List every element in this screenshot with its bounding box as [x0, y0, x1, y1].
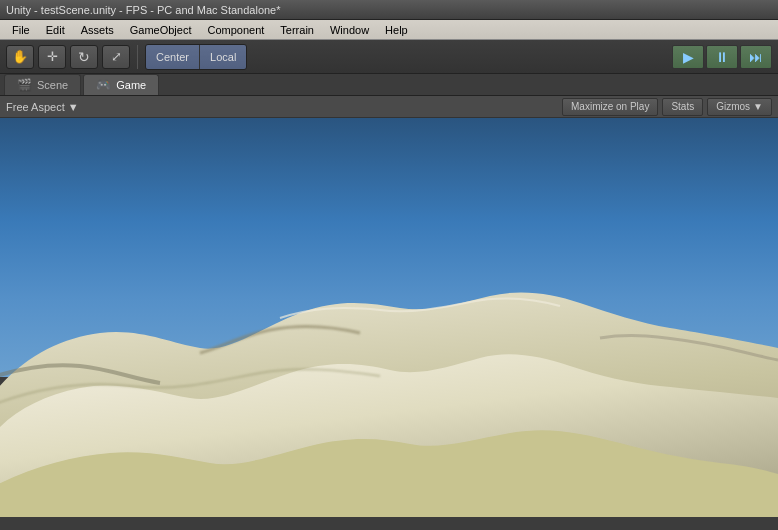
- scene-tab-label: Scene: [37, 79, 68, 91]
- scale-tool-button[interactable]: ⤢: [102, 45, 130, 69]
- rotate-icon: ↻: [78, 49, 90, 65]
- play-button[interactable]: ▶: [672, 45, 704, 69]
- menu-gameobject[interactable]: GameObject: [122, 22, 200, 38]
- menu-bar: File Edit Assets GameObject Component Te…: [0, 20, 778, 40]
- gizmos-button[interactable]: Gizmos ▼: [707, 98, 772, 116]
- pause-button[interactable]: ⏸: [706, 45, 738, 69]
- stats-button[interactable]: Stats: [662, 98, 703, 116]
- stats-label: Stats: [671, 101, 694, 112]
- step-icon: ⏭: [749, 49, 763, 65]
- game-tab-label: Game: [116, 79, 146, 91]
- gizmos-label: Gizmos: [716, 101, 750, 112]
- rotate-tool-button[interactable]: ↻: [70, 45, 98, 69]
- gizmos-arrow-icon: ▼: [753, 101, 763, 112]
- move-tool-button[interactable]: ✛: [38, 45, 66, 69]
- local-label: Local: [210, 51, 236, 63]
- maximize-on-play-button[interactable]: Maximize on Play: [562, 98, 658, 116]
- menu-edit[interactable]: Edit: [38, 22, 73, 38]
- aspect-arrow-icon: ▼: [68, 101, 79, 113]
- pivot-toggle-group: Center Local: [145, 44, 247, 70]
- scale-icon: ⤢: [111, 49, 122, 64]
- menu-component[interactable]: Component: [199, 22, 272, 38]
- menu-help[interactable]: Help: [377, 22, 416, 38]
- hand-icon: ✋: [12, 49, 28, 64]
- window-title: Unity - testScene.unity - FPS - PC and M…: [6, 4, 281, 16]
- viewport: [0, 118, 778, 517]
- title-bar: Unity - testScene.unity - FPS - PC and M…: [0, 0, 778, 20]
- menu-file[interactable]: File: [4, 22, 38, 38]
- scene-tab-icon: 🎬: [17, 78, 32, 92]
- aspect-label: Free Aspect: [6, 101, 65, 113]
- local-button[interactable]: Local: [200, 45, 246, 69]
- center-button[interactable]: Center: [146, 45, 200, 69]
- maximize-on-play-label: Maximize on Play: [571, 101, 649, 112]
- center-label: Center: [156, 51, 189, 63]
- play-controls: ▶ ⏸ ⏭: [672, 45, 772, 69]
- tab-game[interactable]: 🎮 Game: [83, 74, 159, 95]
- menu-assets[interactable]: Assets: [73, 22, 122, 38]
- menu-window[interactable]: Window: [322, 22, 377, 38]
- pause-icon: ⏸: [715, 49, 729, 65]
- tab-bar: 🎬 Scene 🎮 Game: [0, 74, 778, 96]
- terrain-view: [0, 118, 778, 517]
- move-icon: ✛: [47, 49, 58, 64]
- tab-scene[interactable]: 🎬 Scene: [4, 74, 81, 95]
- play-icon: ▶: [683, 49, 694, 65]
- game-tab-icon: 🎮: [96, 78, 111, 92]
- right-controls: Maximize on Play Stats Gizmos ▼: [562, 98, 772, 116]
- menu-terrain[interactable]: Terrain: [272, 22, 322, 38]
- toolbar: ✋ ✛ ↻ ⤢ Center Local ▶ ⏸ ⏭: [0, 40, 778, 74]
- separator-1: [137, 45, 138, 69]
- aspect-selector[interactable]: Free Aspect ▼: [6, 101, 79, 113]
- hand-tool-button[interactable]: ✋: [6, 45, 34, 69]
- step-button[interactable]: ⏭: [740, 45, 772, 69]
- secondary-toolbar: Free Aspect ▼ Maximize on Play Stats Giz…: [0, 96, 778, 118]
